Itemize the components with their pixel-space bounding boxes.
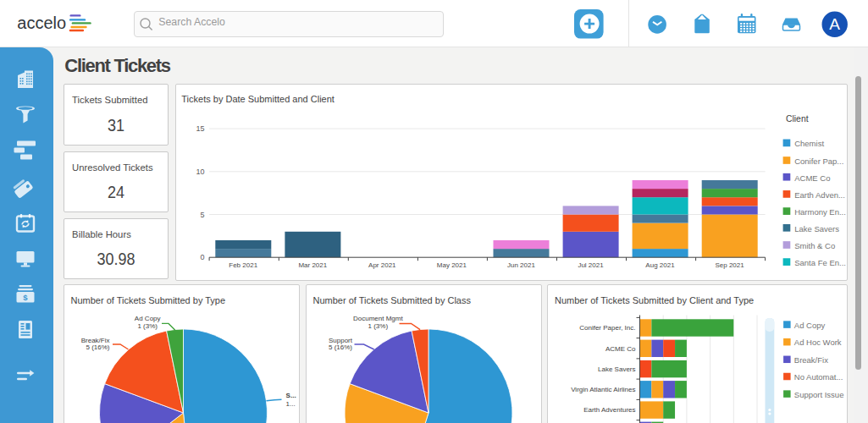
svg-text:Aug 2021: Aug 2021: [645, 261, 675, 268]
svg-text:No Automat...: No Automat...: [794, 372, 843, 382]
svg-text:ACME Co: ACME Co: [794, 173, 830, 182]
svg-text:$: $: [23, 293, 28, 302]
svg-text:Smith & Co: Smith & Co: [794, 240, 835, 250]
svg-text:1 (3%): 1 (3%): [137, 321, 158, 329]
svg-text:Number of Tickets Submitted by: Number of Tickets Submitted by Type: [71, 294, 226, 305]
svg-text:5: 5: [200, 210, 204, 218]
svg-text:Ad Copy: Ad Copy: [794, 320, 826, 329]
svg-text:1 (3%): 1 (3%): [368, 321, 388, 329]
svg-text:May 2021: May 2021: [436, 261, 467, 268]
svg-text:Apr 2021: Apr 2021: [368, 261, 396, 268]
svg-text:Earth Adventures: Earth Adventures: [583, 406, 635, 414]
svg-text:Break/Fix: Break/Fix: [794, 355, 828, 365]
svg-text:Document Mgmt: Document Mgmt: [352, 314, 402, 321]
svg-text:1...: 1...: [286, 399, 296, 407]
svg-text:Mar 2021: Mar 2021: [298, 261, 327, 268]
svg-text:Jul 2021: Jul 2021: [578, 261, 604, 268]
svg-text:Ad Hoc Work: Ad Hoc Work: [794, 338, 842, 347]
svg-text:Tickets by Date Submitted and: Tickets by Date Submitted and Client: [181, 94, 334, 104]
svg-text:Chemist: Chemist: [794, 139, 824, 148]
svg-text:Earth Adven...: Earth Adven...: [794, 190, 845, 199]
svg-text:Lake Savers: Lake Savers: [794, 223, 839, 233]
svg-text:Ad Copy: Ad Copy: [135, 314, 161, 321]
svg-text:5 (16%): 5 (16%): [328, 343, 351, 351]
svg-text:15: 15: [196, 124, 204, 133]
svg-text:Conifer Paper, Inc.: Conifer Paper, Inc.: [579, 324, 635, 332]
svg-text:Virgin Atlantic Airlines: Virgin Atlantic Airlines: [571, 386, 635, 393]
svg-text:Santa Fe En...: Santa Fe En...: [794, 257, 846, 266]
svg-text:S...: S...: [286, 391, 296, 398]
svg-text:A: A: [829, 15, 840, 33]
svg-text:Jun 2021: Jun 2021: [506, 261, 534, 268]
svg-text:10: 10: [196, 168, 204, 176]
svg-text:Sep 2021: Sep 2021: [715, 261, 744, 268]
svg-text:Number of Tickets Submitted by: Number of Tickets Submitted by Client an…: [555, 294, 754, 305]
svg-text:Feb 2021: Feb 2021: [229, 261, 257, 268]
svg-text:0: 0: [200, 253, 204, 261]
svg-text:Lake Savers: Lake Savers: [598, 365, 635, 372]
svg-text:Harmony En...: Harmony En...: [794, 206, 846, 216]
svg-text:5 (16%): 5 (16%): [86, 343, 109, 351]
svg-text:Conifer Pap...: Conifer Pap...: [794, 156, 843, 165]
svg-text:Number of Tickets Submitted by: Number of Tickets Submitted by Class: [312, 294, 471, 305]
svg-text:Client: Client: [786, 114, 809, 124]
svg-text:ACME Co: ACME Co: [605, 344, 636, 352]
svg-text:Support Issue: Support Issue: [794, 389, 844, 398]
